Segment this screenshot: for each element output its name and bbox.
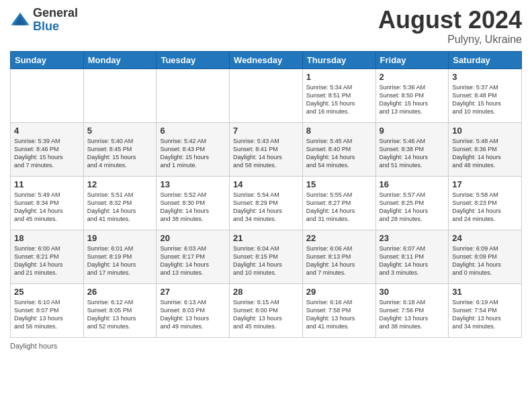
calendar-cell: 30Sunrise: 6:18 AM Sunset: 7:56 PM Dayli… [375, 283, 449, 337]
calendar-cell: 1Sunrise: 5:34 AM Sunset: 8:51 PM Daylig… [302, 68, 375, 122]
day-number: 25 [14, 287, 80, 297]
calendar-cell: 27Sunrise: 6:13 AM Sunset: 8:03 PM Dayli… [157, 283, 230, 337]
day-number: 3 [452, 72, 518, 82]
day-number: 5 [87, 126, 153, 136]
col-wednesday: Wednesday [230, 51, 303, 68]
footer: Daylight hours [10, 342, 522, 350]
day-info: Sunrise: 5:51 AM Sunset: 8:32 PM Dayligh… [87, 191, 153, 224]
day-info: Sunrise: 6:18 AM Sunset: 7:56 PM Dayligh… [380, 298, 445, 331]
day-info: Sunrise: 5:40 AM Sunset: 8:45 PM Dayligh… [87, 137, 153, 170]
logo-blue-text: Blue [33, 20, 78, 34]
col-friday: Friday [375, 51, 449, 68]
calendar-cell: 28Sunrise: 6:15 AM Sunset: 8:00 PM Dayli… [230, 283, 303, 337]
logo: General Blue [10, 7, 78, 34]
day-info: Sunrise: 5:54 AM Sunset: 8:29 PM Dayligh… [233, 191, 299, 224]
day-info: Sunrise: 5:42 AM Sunset: 8:43 PM Dayligh… [160, 137, 226, 170]
day-number: 21 [233, 233, 299, 243]
day-number: 12 [87, 179, 153, 189]
calendar-cell: 12Sunrise: 5:51 AM Sunset: 8:32 PM Dayli… [83, 176, 157, 230]
day-number: 27 [160, 287, 226, 297]
calendar-cell [230, 68, 303, 122]
calendar-cell: 3Sunrise: 5:37 AM Sunset: 8:48 PM Daylig… [449, 68, 522, 122]
day-info: Sunrise: 6:13 AM Sunset: 8:03 PM Dayligh… [160, 298, 226, 331]
calendar-week-row: 25Sunrise: 6:10 AM Sunset: 8:07 PM Dayli… [11, 283, 522, 337]
calendar-cell: 18Sunrise: 6:00 AM Sunset: 8:21 PM Dayli… [11, 230, 84, 283]
day-info: Sunrise: 5:52 AM Sunset: 8:30 PM Dayligh… [160, 191, 226, 224]
calendar-cell: 9Sunrise: 5:46 AM Sunset: 8:38 PM Daylig… [375, 122, 449, 176]
day-info: Sunrise: 6:07 AM Sunset: 8:11 PM Dayligh… [380, 244, 445, 277]
calendar-cell [157, 68, 230, 122]
day-info: Sunrise: 5:57 AM Sunset: 8:25 PM Dayligh… [380, 191, 445, 224]
day-number: 24 [452, 233, 518, 243]
day-info: Sunrise: 6:00 AM Sunset: 8:21 PM Dayligh… [14, 244, 80, 277]
calendar-cell: 15Sunrise: 5:55 AM Sunset: 8:27 PM Dayli… [302, 176, 375, 230]
day-number: 14 [233, 179, 299, 189]
calendar-cell: 31Sunrise: 6:19 AM Sunset: 7:54 PM Dayli… [449, 283, 522, 337]
day-info: Sunrise: 6:12 AM Sunset: 8:05 PM Dayligh… [87, 298, 153, 331]
col-saturday: Saturday [449, 51, 522, 68]
col-tuesday: Tuesday [157, 51, 230, 68]
day-info: Sunrise: 6:06 AM Sunset: 8:13 PM Dayligh… [306, 244, 372, 277]
day-info: Sunrise: 6:19 AM Sunset: 7:54 PM Dayligh… [452, 298, 518, 331]
calendar-cell: 14Sunrise: 5:54 AM Sunset: 8:29 PM Dayli… [230, 176, 303, 230]
day-number: 31 [452, 287, 518, 297]
day-number: 11 [14, 179, 80, 189]
day-info: Sunrise: 5:39 AM Sunset: 8:46 PM Dayligh… [14, 137, 80, 170]
day-info: Sunrise: 5:46 AM Sunset: 8:38 PM Dayligh… [380, 137, 445, 170]
calendar-week-row: 4Sunrise: 5:39 AM Sunset: 8:46 PM Daylig… [11, 122, 522, 176]
day-number: 19 [87, 233, 153, 243]
day-number: 4 [14, 126, 80, 136]
day-info: Sunrise: 5:58 AM Sunset: 8:23 PM Dayligh… [452, 191, 518, 224]
calendar-cell: 11Sunrise: 5:49 AM Sunset: 8:34 PM Dayli… [11, 176, 84, 230]
day-number: 29 [306, 287, 372, 297]
day-number: 13 [160, 179, 226, 189]
calendar-cell: 22Sunrise: 6:06 AM Sunset: 8:13 PM Dayli… [302, 230, 375, 283]
logo-icon [10, 10, 30, 30]
col-thursday: Thursday [302, 51, 375, 68]
day-number: 6 [160, 126, 226, 136]
day-number: 2 [380, 72, 445, 82]
day-info: Sunrise: 5:49 AM Sunset: 8:34 PM Dayligh… [14, 191, 80, 224]
calendar-cell: 2Sunrise: 5:36 AM Sunset: 8:50 PM Daylig… [375, 68, 449, 122]
day-info: Sunrise: 6:01 AM Sunset: 8:19 PM Dayligh… [87, 244, 153, 277]
day-number: 23 [380, 233, 445, 243]
day-number: 17 [452, 179, 518, 189]
calendar-table: Sunday Monday Tuesday Wednesday Thursday… [10, 51, 522, 338]
col-sunday: Sunday [11, 51, 84, 68]
col-monday: Monday [83, 51, 157, 68]
day-info: Sunrise: 6:10 AM Sunset: 8:07 PM Dayligh… [14, 298, 80, 331]
calendar-cell: 13Sunrise: 5:52 AM Sunset: 8:30 PM Dayli… [157, 176, 230, 230]
calendar-cell: 20Sunrise: 6:03 AM Sunset: 8:17 PM Dayli… [157, 230, 230, 283]
daylight-label: Daylight hours [10, 342, 57, 350]
day-info: Sunrise: 6:04 AM Sunset: 8:15 PM Dayligh… [233, 244, 299, 277]
logo-text: General Blue [33, 7, 78, 34]
day-info: Sunrise: 6:15 AM Sunset: 8:00 PM Dayligh… [233, 298, 299, 331]
day-number: 16 [380, 179, 445, 189]
calendar-cell: 29Sunrise: 6:16 AM Sunset: 7:58 PM Dayli… [302, 283, 375, 337]
calendar-cell: 24Sunrise: 6:09 AM Sunset: 8:09 PM Dayli… [449, 230, 522, 283]
calendar-week-row: 11Sunrise: 5:49 AM Sunset: 8:34 PM Dayli… [11, 176, 522, 230]
calendar-cell: 25Sunrise: 6:10 AM Sunset: 8:07 PM Dayli… [11, 283, 84, 337]
calendar-cell: 23Sunrise: 6:07 AM Sunset: 8:11 PM Dayli… [375, 230, 449, 283]
calendar-cell: 6Sunrise: 5:42 AM Sunset: 8:43 PM Daylig… [157, 122, 230, 176]
day-number: 10 [452, 126, 518, 136]
calendar-cell: 16Sunrise: 5:57 AM Sunset: 8:25 PM Dayli… [375, 176, 449, 230]
day-info: Sunrise: 5:55 AM Sunset: 8:27 PM Dayligh… [306, 191, 372, 224]
day-number: 18 [14, 233, 80, 243]
header: General Blue August 2024 Pulyny, Ukraine [10, 7, 522, 46]
calendar-cell: 26Sunrise: 6:12 AM Sunset: 8:05 PM Dayli… [83, 283, 157, 337]
calendar-cell: 10Sunrise: 5:48 AM Sunset: 8:36 PM Dayli… [449, 122, 522, 176]
header-row: Sunday Monday Tuesday Wednesday Thursday… [11, 51, 522, 68]
calendar-cell: 17Sunrise: 5:58 AM Sunset: 8:23 PM Dayli… [449, 176, 522, 230]
day-info: Sunrise: 5:48 AM Sunset: 8:36 PM Dayligh… [452, 137, 518, 170]
day-info: Sunrise: 6:16 AM Sunset: 7:58 PM Dayligh… [306, 298, 372, 331]
logo-general-text: General [33, 7, 78, 20]
title-block: August 2024 Pulyny, Ukraine [378, 7, 522, 46]
day-number: 20 [160, 233, 226, 243]
day-number: 22 [306, 233, 372, 243]
calendar-cell: 19Sunrise: 6:01 AM Sunset: 8:19 PM Dayli… [83, 230, 157, 283]
calendar-cell: 21Sunrise: 6:04 AM Sunset: 8:15 PM Dayli… [230, 230, 303, 283]
month-title: August 2024 [378, 7, 522, 34]
day-info: Sunrise: 5:34 AM Sunset: 8:51 PM Dayligh… [306, 83, 372, 116]
calendar-cell: 7Sunrise: 5:43 AM Sunset: 8:41 PM Daylig… [230, 122, 303, 176]
